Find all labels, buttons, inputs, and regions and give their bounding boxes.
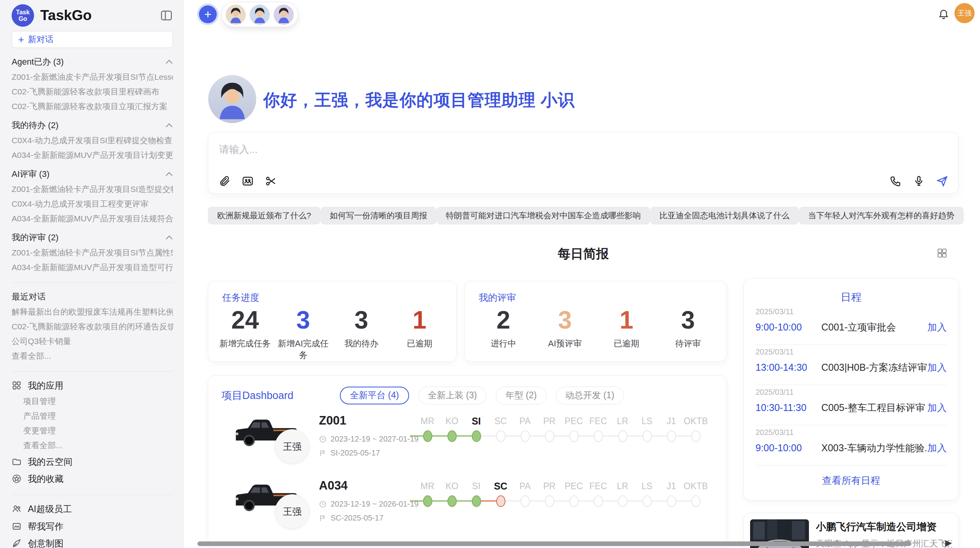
task-item[interactable]: C0X4-动力总成开发项目工程变更评审 (12, 199, 173, 209)
user-avatar[interactable]: 王强 (954, 3, 975, 23)
join-button[interactable]: 加入 (927, 442, 947, 454)
tab-new-body[interactable]: 全新上装 (3) (418, 387, 487, 404)
suggestion-chip[interactable]: 比亚迪全固态电池计划具体说了什么 (650, 207, 799, 224)
chevron-up-icon (165, 59, 173, 65)
milestone-label: MR (415, 480, 440, 493)
app-link-change-mgmt[interactable]: 变更管理 (23, 426, 173, 436)
attachment-icon[interactable] (218, 175, 231, 187)
message-input[interactable] (219, 141, 761, 158)
schedule-time: 13:00-14:30 (756, 362, 821, 373)
tab-new-platform[interactable]: 全新平台 (4) (340, 387, 409, 404)
milestone-dot (423, 430, 432, 442)
suggestion-chip[interactable]: 如何写一份清晰的项目周报 (320, 207, 437, 224)
milestone-dot (447, 495, 457, 507)
project-date-range: 2023-12-19 ~ 2027-01-19 (331, 435, 418, 444)
sidebar-collapse-icon[interactable] (160, 9, 173, 22)
stat-value: 3 (657, 305, 719, 335)
recent-chat-item[interactable]: 解释最新出台的欧盟报废车法规再生塑料比例被调至15%... (12, 307, 173, 317)
my-apps-label: 我的应用 (28, 380, 63, 392)
suggestion-chip[interactable]: 当下年轻人对汽车外观有怎样的喜好趋势 (799, 207, 964, 224)
divider (12, 371, 173, 372)
section-header-my-review[interactable]: 我的评审 (2) (12, 232, 173, 243)
sidebar-item-my-apps[interactable]: 我的应用 (12, 379, 173, 392)
stat-value: 3 (332, 305, 391, 335)
milestone-label: PR (537, 480, 562, 493)
app-link-project-mgmt[interactable]: 项目管理 (23, 396, 173, 406)
notification-bell-icon[interactable] (938, 8, 949, 19)
milestone: MR (415, 414, 440, 445)
layout-grid-icon[interactable] (937, 248, 947, 259)
stat-label: 已逾期 (596, 338, 657, 349)
milestone: PEC (562, 414, 586, 445)
agent-avatar[interactable] (274, 5, 294, 25)
milestone: KO (440, 414, 464, 445)
agent-avatar[interactable] (226, 5, 246, 25)
horizontal-scrollbar[interactable] (197, 541, 911, 546)
schedule-name: C001-立项审批会 (821, 321, 927, 334)
task-item[interactable]: A034-全新新能源MUV产品开发项目造型可行性评审 (12, 262, 173, 272)
project-owner-badge: 王强 (275, 494, 310, 529)
join-button[interactable]: 加入 (927, 401, 947, 414)
image-upload-icon[interactable] (242, 175, 254, 187)
join-button[interactable]: 加入 (927, 361, 947, 374)
milestone: PR (537, 480, 562, 510)
recent-chat-item[interactable]: C02-飞腾新能源轻客改款项目的闭环通告反馈情况 (12, 322, 173, 332)
send-icon[interactable] (936, 175, 948, 187)
grid-icon (12, 380, 22, 390)
tab-model-year[interactable]: 年型 (2) (496, 387, 547, 404)
suggestion-chip[interactable]: 欧洲新规最近颁布了什么? (208, 207, 320, 224)
suggestion-chip[interactable]: 特朗普可能对进口汽车增税会对中国车企造成哪些影响 (437, 207, 650, 224)
milestone-label: PEC (562, 414, 586, 428)
task-item[interactable]: Z001-全新燃油轻卡产品开发项目SI造型提交物评审 (12, 184, 173, 194)
sidebar-item-help-write[interactable]: 帮我写作 (12, 521, 173, 532)
recent-view-all[interactable]: 查看全部... (12, 351, 173, 361)
task-item[interactable]: A034-全新新能源MUV产品开发项目法规符合性评审 (12, 214, 173, 224)
clock-icon (319, 500, 327, 508)
milestone: LS (635, 480, 659, 510)
milestone-dot (569, 495, 579, 507)
milestone-label: OKTB (684, 414, 708, 428)
tab-powertrain[interactable]: 动总开发 (1) (556, 387, 624, 404)
project-row[interactable]: 王强 A034 2023-12-19 ~ 2026-01-19 SC-2025-… (208, 474, 726, 539)
milestone-dot (472, 495, 481, 507)
task-item[interactable]: C0X4-动力总成开发项目SI里程碑提交物检查 (12, 135, 173, 146)
app-link-product-mgmt[interactable]: 产品管理 (23, 411, 173, 421)
app-title: TaskGo (40, 7, 160, 24)
task-item[interactable]: C02-飞腾新能源轻客改款项目立项汇报方案 (12, 101, 173, 111)
task-item[interactable]: Z001-全新燃油轻卡产品开发项目SI节点属性5D文件评审 (12, 248, 173, 258)
apps-view-all[interactable]: 查看全部... (23, 440, 173, 450)
dashboard-tabs: 全新平台 (4) 全新上装 (3) 年型 (2) 动总开发 (1) (340, 387, 624, 404)
section-header-agent-done[interactable]: Agent已办 (3) (12, 57, 173, 67)
task-item[interactable]: C02-飞腾新能源轻客改款项目里程碑画布 (12, 87, 173, 97)
section-header-recent[interactable]: 最近对话 (12, 291, 173, 302)
join-button[interactable]: 加入 (927, 321, 947, 334)
sidebar-item-favorites[interactable]: 我的收藏 (12, 473, 173, 485)
divider (756, 344, 947, 345)
milestone-dot (496, 495, 505, 507)
microphone-icon[interactable] (913, 175, 925, 187)
sidebar-item-creative-draw[interactable]: 创意制图 (12, 538, 173, 548)
section-header-my-todo[interactable]: 我的待办 (2) (12, 120, 173, 131)
milestone-dot (667, 430, 676, 442)
milestone: SC (488, 414, 513, 445)
scroll-right-arrow[interactable]: ▶ (945, 538, 952, 548)
sidebar-item-ai-employee[interactable]: AI超级员工 (12, 503, 173, 515)
new-chat-button[interactable]: + 新对话 (12, 31, 173, 48)
agent-avatar[interactable] (250, 5, 270, 25)
milestone-dot (472, 430, 481, 442)
app-header: Task Go TaskGo (12, 4, 173, 27)
project-code: A034 (319, 479, 348, 493)
section-header-ai-review[interactable]: AI评审 (3) (12, 169, 173, 180)
sidebar-item-cloud-space[interactable]: 我的云空间 (12, 456, 173, 468)
task-item[interactable]: A034-全新新能源MUV产品开发项目计划变更表编写 (12, 150, 173, 160)
project-row[interactable]: 王强 Z001 2023-12-19 ~ 2027-01-19 SI-2025-… (208, 409, 726, 474)
stat: 3 待评审 (657, 305, 719, 349)
recent-chat-item[interactable]: 公司Q3轻卡销量 (12, 336, 173, 346)
view-all-schedule-link[interactable]: 查看所有日程 (744, 474, 958, 487)
new-session-button[interactable]: + (199, 5, 217, 23)
scissors-icon[interactable] (265, 175, 277, 187)
task-item[interactable]: Z001-全新燃油皮卡产品开发项目SI节点Lesson Learn报告 (12, 72, 173, 82)
divider (756, 385, 947, 385)
milestone: PR (537, 414, 562, 445)
phone-call-icon[interactable] (889, 175, 902, 187)
